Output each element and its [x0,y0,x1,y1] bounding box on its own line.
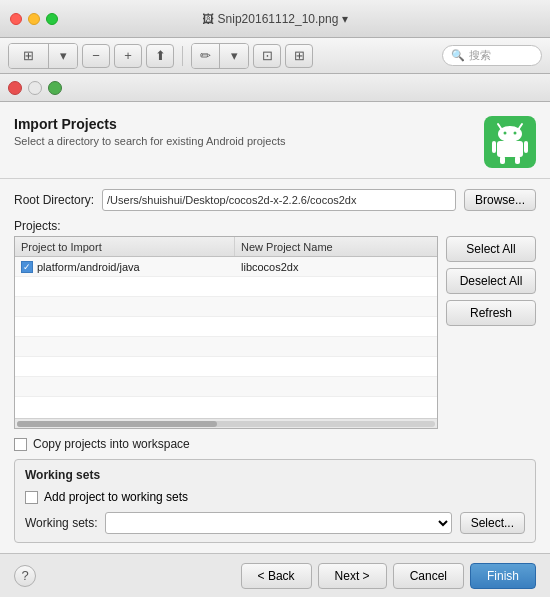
minimize-button[interactable] [28,13,40,25]
toolbar-divider [182,46,183,66]
window-title: 🖼 Snip20161112_10.png ▾ [202,12,349,26]
svg-rect-6 [492,141,496,153]
refresh-button[interactable]: Refresh [446,300,536,326]
working-sets-label: Working sets: [25,516,97,530]
col-name-header: New Project Name [235,237,437,256]
svg-point-2 [498,126,522,142]
copy-checkbox-row: Copy projects into workspace [14,437,536,451]
svg-point-4 [514,132,517,135]
main-toolbar: ⊞ ▾ − + ⬆ ✏ ▾ ⊡ ⊞ 🔍 搜索 [0,38,550,74]
edit-btn-group: ✏ ▾ [191,43,249,69]
footer-buttons: < Back Next > Cancel Finish [241,563,536,589]
copy-checkbox[interactable] [14,438,27,451]
svg-rect-7 [524,141,528,153]
share-button[interactable]: ⬆ [146,44,174,68]
dialog-header-text: Import Projects Select a directory to se… [14,116,484,147]
add-working-set-row: Add project to working sets [25,490,525,504]
maximize-button[interactable] [46,13,58,25]
project-checkbox[interactable] [21,261,33,273]
horizontal-scrollbar[interactable] [15,418,437,428]
sidebar-toggle-button[interactable]: ⊞ [9,44,49,68]
working-sets-select[interactable] [105,512,451,534]
dialog-subtitle: Select a directory to search for existin… [14,135,484,147]
file-icon: 🖼 [202,12,214,26]
table-row-empty-4 [15,337,437,357]
svg-rect-8 [500,156,505,164]
table-row-empty-5 [15,357,437,377]
chevron-down-icon[interactable]: ▾ [49,44,77,68]
pen-dropdown[interactable]: ▾ [220,44,248,68]
traffic-lights [10,13,58,25]
paste-button[interactable]: ⊞ [285,44,313,68]
zoom-in-button[interactable]: + [114,44,142,68]
table-row[interactable]: platform/android/java libcocos2dx [15,257,437,277]
working-sets-section: Working sets Add project to working sets… [14,459,536,543]
table-row-empty-1 [15,277,437,297]
table-header: Project to Import New Project Name [15,237,437,257]
next-button[interactable]: Next > [318,563,387,589]
secondary-toolbar [0,74,550,102]
copy-checkbox-label: Copy projects into workspace [33,437,190,451]
dialog-title: Import Projects [14,116,484,132]
dropdown-arrow[interactable]: ▾ [342,12,348,26]
table-body: platform/android/java libcocos2dx [15,257,437,418]
dialog-body: Root Directory: Browse... Projects: Proj… [0,179,550,553]
scrollbar-track [17,421,435,427]
browse-button[interactable]: Browse... [464,189,536,211]
projects-table: Project to Import New Project Name platf… [14,236,438,429]
deselect-all-button[interactable]: Deselect All [446,268,536,294]
select-working-sets-button[interactable]: Select... [460,512,525,534]
grey-circle-icon [28,81,42,95]
android-robot-svg [490,120,530,164]
help-button[interactable]: ? [14,565,36,587]
search-icon: 🔍 [451,49,465,62]
close-button[interactable] [10,13,22,25]
copy-button[interactable]: ⊡ [253,44,281,68]
projects-label: Projects: [14,219,536,233]
dialog-footer: ? < Back Next > Cancel Finish [0,553,550,597]
cancel-button[interactable]: Cancel [393,563,464,589]
search-box[interactable]: 🔍 搜索 [442,45,542,66]
finish-button[interactable]: Finish [470,563,536,589]
back-button[interactable]: < Back [241,563,312,589]
scrollbar-thumb[interactable] [17,421,217,427]
zoom-out-button[interactable]: − [82,44,110,68]
android-icon [484,116,536,168]
table-row-empty-6 [15,377,437,397]
table-row-empty-3 [15,317,437,337]
svg-rect-5 [497,141,523,157]
svg-point-3 [504,132,507,135]
root-directory-input[interactable] [102,189,456,211]
add-working-set-label: Add project to working sets [44,490,188,504]
root-directory-row: Root Directory: Browse... [14,189,536,211]
working-sets-title: Working sets [25,468,525,482]
projects-section: Projects: Project to Import New Project … [14,219,536,429]
select-all-button[interactable]: Select All [446,236,536,262]
table-row-empty-2 [15,297,437,317]
add-working-set-checkbox[interactable] [25,491,38,504]
dialog-header: Import Projects Select a directory to se… [0,102,550,179]
svg-rect-9 [515,156,520,164]
project-name-cell: libcocos2dx [235,259,437,275]
navigation-btn-group: ⊞ ▾ [8,43,78,69]
project-path: platform/android/java [37,261,140,273]
projects-action-buttons: Select All Deselect All Refresh [446,236,536,429]
projects-area: Project to Import New Project Name platf… [14,236,536,429]
project-cell: platform/android/java [15,259,235,275]
working-sets-input-row: Working sets: Select... [25,512,525,534]
green-circle-icon [48,81,62,95]
project-name: libcocos2dx [241,261,298,273]
pen-icon[interactable]: ✏ [192,44,220,68]
col-project-header: Project to Import [15,237,235,256]
root-directory-label: Root Directory: [14,193,94,207]
red-circle-icon [8,81,22,95]
import-dialog: Import Projects Select a directory to se… [0,102,550,597]
titlebar: 🖼 Snip20161112_10.png ▾ [0,0,550,38]
